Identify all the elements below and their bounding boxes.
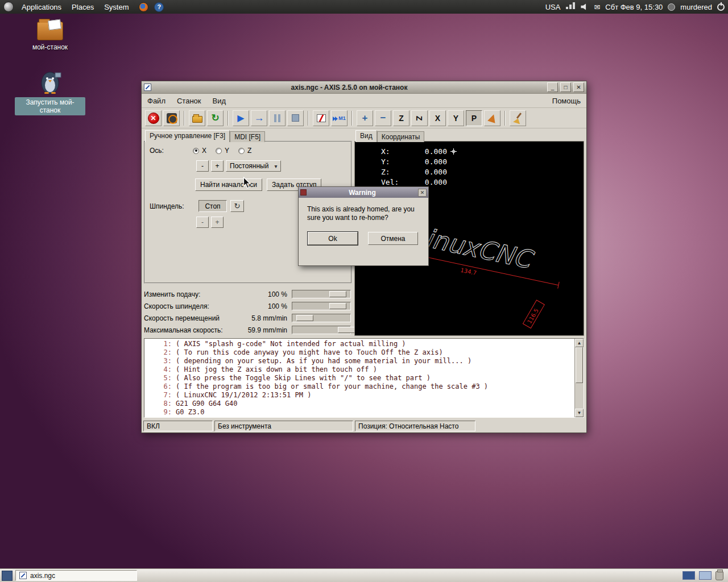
menu-file[interactable]: Файл bbox=[147, 97, 166, 105]
show-desktop-button[interactable] bbox=[2, 571, 13, 581]
scroll-down-button[interactable]: ▼ bbox=[575, 409, 584, 417]
menu-places[interactable]: Places bbox=[69, 3, 96, 11]
gcode-scrollbar[interactable]: ▲ ▼ bbox=[574, 339, 584, 417]
axis-z-label: Z bbox=[247, 147, 251, 155]
dimension-x-label: 134.7 bbox=[460, 267, 477, 276]
jog-increment-select[interactable]: Постоянный ▾ bbox=[226, 160, 281, 172]
spindle-override-value: 100 % bbox=[239, 302, 292, 310]
view-y-button[interactable]: Y bbox=[448, 110, 464, 126]
toolbar-separator bbox=[308, 111, 309, 126]
spindle-minus-button[interactable]: - bbox=[196, 217, 209, 228]
minimize-button[interactable]: _ bbox=[547, 82, 558, 92]
view-p-button[interactable]: P bbox=[466, 110, 482, 126]
stop-icon bbox=[292, 114, 299, 122]
jog-minus-button[interactable]: - bbox=[196, 160, 209, 172]
view-z-rotated-button[interactable]: Z bbox=[411, 110, 428, 126]
axis-z-radio[interactable]: Z bbox=[238, 147, 251, 155]
rotate-view-button[interactable] bbox=[484, 110, 500, 126]
menu-help[interactable]: Помощь bbox=[552, 97, 581, 105]
feed-override-slider[interactable] bbox=[292, 290, 351, 298]
titlebar[interactable]: axis.ngc - AXIS 2.5.0 on мой-станок _ □ … bbox=[142, 81, 586, 94]
tab-manual-control[interactable]: Ручное управление [F3] bbox=[145, 130, 230, 142]
spindle-override-slider[interactable] bbox=[292, 302, 351, 310]
desktop-icon-launch-moy-stanok[interactable]: Запустить мой-станок bbox=[15, 70, 85, 115]
jog-speed-slider[interactable] bbox=[292, 314, 351, 322]
pause-button[interactable] bbox=[269, 110, 286, 126]
view-z-button[interactable]: Z bbox=[393, 110, 410, 126]
axis-y-radio[interactable]: Y bbox=[216, 147, 229, 155]
clear-plot-button[interactable] bbox=[510, 110, 526, 126]
skip-lines-icon bbox=[317, 114, 326, 122]
taskbar-item-label: axis.ngc bbox=[30, 572, 55, 580]
axis-x-radio[interactable]: X bbox=[193, 147, 206, 155]
scrollbar-track[interactable] bbox=[575, 347, 584, 409]
gcode-line: 6:( If the program is too big or small f… bbox=[144, 383, 574, 391]
gcode-line-number: 1: bbox=[144, 340, 172, 348]
tab-dro[interactable]: Координаты bbox=[377, 131, 425, 142]
user-status-icon[interactable] bbox=[668, 3, 675, 11]
network-icon[interactable] bbox=[569, 5, 572, 9]
max-velocity-slider[interactable] bbox=[292, 326, 351, 334]
run-button[interactable]: ▶ bbox=[233, 110, 249, 126]
jog-plus-button[interactable]: + bbox=[211, 160, 224, 172]
slider-thumb[interactable] bbox=[329, 303, 346, 309]
taskbar-item-axis[interactable]: axis.ngc bbox=[15, 570, 137, 581]
dro-y: Y: 0.000 bbox=[381, 156, 457, 167]
slider-thumb[interactable] bbox=[329, 291, 346, 297]
machine-power-button[interactable] bbox=[163, 110, 180, 126]
cancel-button[interactable]: Отмена bbox=[368, 232, 418, 245]
clear-plot-broom-icon bbox=[513, 113, 523, 123]
gcode-line-text: G0 Z3.0 bbox=[176, 408, 205, 416]
slider-thumb[interactable] bbox=[338, 327, 355, 333]
dialog-buttons: Ok Отмена bbox=[299, 222, 428, 245]
menu-applications[interactable]: Applications bbox=[19, 3, 64, 11]
feed-override-row: Изменить подачу: 100 % bbox=[144, 288, 352, 300]
maximize-button[interactable]: □ bbox=[560, 82, 571, 92]
keyboard-layout-indicator[interactable]: USA bbox=[545, 3, 561, 11]
menu-machine[interactable]: Станок bbox=[177, 97, 201, 105]
toggle-skip-lines-button[interactable] bbox=[313, 110, 329, 126]
firefox-icon[interactable] bbox=[139, 2, 148, 12]
mail-icon[interactable]: ✉ bbox=[594, 3, 600, 11]
spindle-plus-button[interactable]: + bbox=[211, 217, 224, 228]
home-axis-button[interactable]: Найти начало оси bbox=[195, 178, 262, 191]
scrollbar-thumb[interactable] bbox=[576, 347, 583, 383]
workspace-1[interactable] bbox=[682, 571, 695, 580]
view-x-button[interactable]: X bbox=[429, 110, 446, 126]
estop-button[interactable]: ✕ bbox=[145, 110, 162, 126]
tab-mdi[interactable]: MDI [F5] bbox=[230, 131, 265, 142]
slider-thumb[interactable] bbox=[296, 315, 313, 321]
clock[interactable]: Сбт Фев 9, 15:30 bbox=[605, 3, 663, 11]
dialog-close-button[interactable]: ✕ bbox=[418, 189, 427, 197]
zoom-out-icon: − bbox=[380, 113, 386, 124]
menu-view[interactable]: Вид bbox=[213, 97, 226, 105]
power-icon[interactable] bbox=[717, 3, 725, 11]
volume-icon[interactable] bbox=[581, 3, 589, 10]
distro-menu-icon[interactable] bbox=[3, 2, 14, 12]
zoom-out-button[interactable]: − bbox=[375, 110, 391, 126]
gcode-listing[interactable]: 1:( AXIS "splash g-code" Not intended fo… bbox=[144, 338, 584, 418]
spindle-direction-button[interactable]: ↻ bbox=[230, 200, 244, 212]
ok-button[interactable]: Ok bbox=[308, 232, 358, 245]
username[interactable]: murdered bbox=[680, 3, 712, 11]
help-icon[interactable]: ? bbox=[154, 2, 164, 12]
bottom-taskbar: axis.ngc bbox=[0, 568, 728, 582]
dro-x-value: 0.000 bbox=[406, 147, 447, 156]
reload-file-button[interactable]: ↻ bbox=[207, 110, 224, 126]
zoom-in-button[interactable]: + bbox=[357, 110, 373, 126]
desktop-icon-moy-stanok[interactable]: мой-станок bbox=[15, 22, 85, 51]
close-button[interactable]: ✕ bbox=[573, 82, 584, 92]
tab-preview[interactable]: Вид bbox=[355, 130, 377, 142]
view-z-icon: Z bbox=[399, 114, 404, 123]
spindle-stop-button[interactable]: Стоп bbox=[198, 200, 227, 212]
trash-icon[interactable] bbox=[715, 571, 723, 580]
scroll-up-button[interactable]: ▲ bbox=[575, 339, 584, 347]
toggle-optional-pause-button[interactable]: M1 bbox=[331, 110, 348, 126]
dialog-titlebar[interactable]: Warning ✕ bbox=[299, 187, 428, 198]
workspace-2[interactable] bbox=[699, 571, 712, 580]
step-button[interactable]: → bbox=[251, 110, 267, 126]
folder-icon bbox=[37, 22, 63, 40]
menu-system[interactable]: System bbox=[102, 3, 131, 11]
open-file-button[interactable] bbox=[189, 110, 205, 126]
stop-button[interactable] bbox=[287, 110, 304, 126]
